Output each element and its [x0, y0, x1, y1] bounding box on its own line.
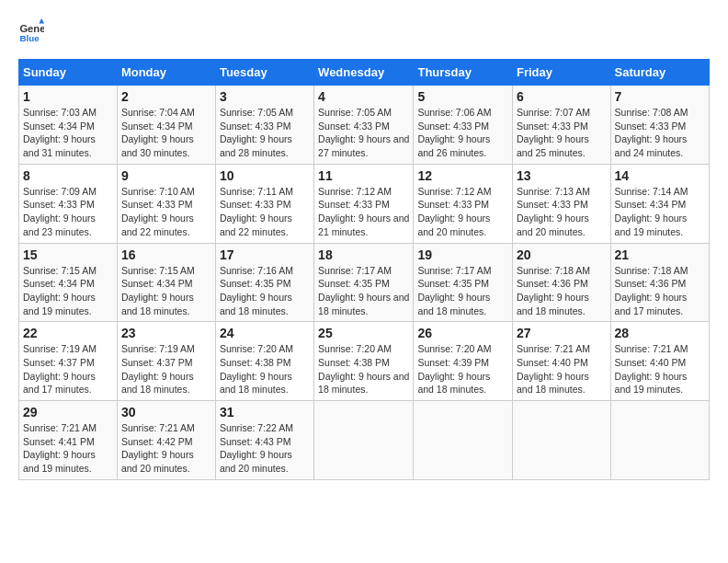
day-cell: 8 Sunrise: 7:09 AMSunset: 4:33 PMDayligh… — [19, 164, 118, 243]
calendar-table: SundayMondayTuesdayWednesdayThursdayFrid… — [18, 59, 710, 480]
day-cell — [610, 401, 709, 480]
day-cell: 28 Sunrise: 7:21 AMSunset: 4:40 PMDaylig… — [610, 322, 709, 401]
day-cell: 20 Sunrise: 7:18 AMSunset: 4:36 PMDaylig… — [513, 243, 611, 322]
day-cell: 3 Sunrise: 7:05 AMSunset: 4:33 PMDayligh… — [215, 86, 313, 165]
col-header-saturday: Saturday — [610, 60, 709, 86]
day-info: Sunrise: 7:22 AMSunset: 4:43 PMDaylight:… — [220, 422, 293, 474]
svg-marker-2 — [39, 18, 44, 24]
day-cell: 18 Sunrise: 7:17 AMSunset: 4:35 PMDaylig… — [314, 243, 414, 322]
day-number: 19 — [417, 247, 508, 262]
day-info: Sunrise: 7:04 AMSunset: 4:34 PMDaylight:… — [121, 107, 195, 158]
day-info: Sunrise: 7:03 AMSunset: 4:34 PMDaylight:… — [23, 107, 97, 158]
day-info: Sunrise: 7:12 AMSunset: 4:33 PMDaylight:… — [318, 186, 409, 237]
week-row-1: 1 Sunrise: 7:03 AMSunset: 4:34 PMDayligh… — [19, 86, 710, 165]
day-cell: 9 Sunrise: 7:10 AMSunset: 4:33 PMDayligh… — [117, 164, 215, 243]
day-info: Sunrise: 7:18 AMSunset: 4:36 PMDaylight:… — [615, 265, 688, 316]
day-info: Sunrise: 7:15 AMSunset: 4:34 PMDaylight:… — [23, 265, 97, 316]
day-number: 3 — [220, 89, 310, 104]
day-cell: 19 Sunrise: 7:17 AMSunset: 4:35 PMDaylig… — [414, 243, 513, 322]
day-number: 29 — [23, 405, 113, 419]
day-info: Sunrise: 7:18 AMSunset: 4:36 PMDaylight:… — [517, 265, 590, 316]
day-info: Sunrise: 7:21 AMSunset: 4:42 PMDaylight:… — [121, 422, 195, 474]
week-row-4: 22 Sunrise: 7:19 AMSunset: 4:37 PMDaylig… — [19, 322, 710, 401]
day-cell — [414, 401, 513, 480]
logo: General Blue — [18, 18, 44, 44]
day-info: Sunrise: 7:20 AMSunset: 4:38 PMDaylight:… — [220, 343, 293, 395]
day-number: 17 — [220, 247, 310, 262]
day-info: Sunrise: 7:09 AMSunset: 4:33 PMDaylight:… — [23, 186, 97, 237]
day-info: Sunrise: 7:19 AMSunset: 4:37 PMDaylight:… — [121, 343, 195, 395]
day-number: 23 — [121, 326, 211, 340]
week-row-5: 29 Sunrise: 7:21 AMSunset: 4:41 PMDaylig… — [19, 401, 710, 480]
day-info: Sunrise: 7:20 AMSunset: 4:39 PMDaylight:… — [417, 343, 491, 395]
day-info: Sunrise: 7:08 AMSunset: 4:33 PMDaylight:… — [615, 107, 688, 158]
day-number: 6 — [517, 89, 607, 104]
day-cell: 5 Sunrise: 7:06 AMSunset: 4:33 PMDayligh… — [414, 86, 513, 165]
col-header-monday: Monday — [117, 60, 215, 86]
day-info: Sunrise: 7:13 AMSunset: 4:33 PMDaylight:… — [517, 186, 590, 237]
day-info: Sunrise: 7:20 AMSunset: 4:38 PMDaylight:… — [318, 343, 409, 395]
day-number: 14 — [615, 168, 705, 183]
day-info: Sunrise: 7:21 AMSunset: 4:41 PMDaylight:… — [23, 422, 97, 474]
day-number: 31 — [220, 405, 310, 419]
week-row-3: 15 Sunrise: 7:15 AMSunset: 4:34 PMDaylig… — [19, 243, 710, 322]
day-cell: 14 Sunrise: 7:14 AMSunset: 4:34 PMDaylig… — [610, 164, 709, 243]
day-number: 1 — [23, 89, 113, 104]
day-number: 22 — [23, 326, 113, 340]
day-number: 12 — [417, 168, 508, 183]
day-number: 4 — [318, 89, 409, 104]
day-info: Sunrise: 7:07 AMSunset: 4:33 PMDaylight:… — [517, 107, 590, 158]
day-cell: 2 Sunrise: 7:04 AMSunset: 4:34 PMDayligh… — [117, 86, 215, 165]
logo-icon: General Blue — [18, 18, 44, 44]
day-cell: 29 Sunrise: 7:21 AMSunset: 4:41 PMDaylig… — [19, 401, 118, 480]
day-info: Sunrise: 7:21 AMSunset: 4:40 PMDaylight:… — [615, 343, 688, 395]
day-cell: 24 Sunrise: 7:20 AMSunset: 4:38 PMDaylig… — [215, 322, 313, 401]
header: General Blue — [18, 18, 710, 44]
day-info: Sunrise: 7:19 AMSunset: 4:37 PMDaylight:… — [23, 343, 97, 395]
day-cell: 12 Sunrise: 7:12 AMSunset: 4:33 PMDaylig… — [414, 164, 513, 243]
day-number: 28 — [615, 326, 705, 340]
day-number: 20 — [517, 247, 607, 262]
day-cell: 6 Sunrise: 7:07 AMSunset: 4:33 PMDayligh… — [513, 86, 611, 165]
day-number: 25 — [318, 326, 409, 340]
day-number: 9 — [121, 168, 211, 183]
col-header-tuesday: Tuesday — [215, 60, 313, 86]
day-info: Sunrise: 7:05 AMSunset: 4:33 PMDaylight:… — [220, 107, 293, 158]
day-info: Sunrise: 7:11 AMSunset: 4:33 PMDaylight:… — [220, 186, 293, 237]
day-number: 10 — [220, 168, 310, 183]
day-cell: 17 Sunrise: 7:16 AMSunset: 4:35 PMDaylig… — [215, 243, 313, 322]
day-number: 26 — [417, 326, 508, 340]
day-cell: 10 Sunrise: 7:11 AMSunset: 4:33 PMDaylig… — [215, 164, 313, 243]
day-number: 7 — [615, 89, 705, 104]
day-cell — [513, 401, 611, 480]
day-number: 8 — [23, 168, 113, 183]
col-header-thursday: Thursday — [414, 60, 513, 86]
day-info: Sunrise: 7:12 AMSunset: 4:33 PMDaylight:… — [417, 186, 491, 237]
day-cell: 16 Sunrise: 7:15 AMSunset: 4:34 PMDaylig… — [117, 243, 215, 322]
col-header-friday: Friday — [513, 60, 611, 86]
day-cell: 15 Sunrise: 7:15 AMSunset: 4:34 PMDaylig… — [19, 243, 118, 322]
day-number: 16 — [121, 247, 211, 262]
day-number: 5 — [417, 89, 508, 104]
day-number: 24 — [220, 326, 310, 340]
day-cell: 1 Sunrise: 7:03 AMSunset: 4:34 PMDayligh… — [19, 86, 118, 165]
day-info: Sunrise: 7:10 AMSunset: 4:33 PMDaylight:… — [121, 186, 195, 237]
week-row-2: 8 Sunrise: 7:09 AMSunset: 4:33 PMDayligh… — [19, 164, 710, 243]
day-info: Sunrise: 7:05 AMSunset: 4:33 PMDaylight:… — [318, 107, 409, 158]
day-number: 18 — [318, 247, 409, 262]
day-info: Sunrise: 7:15 AMSunset: 4:34 PMDaylight:… — [121, 265, 195, 316]
day-number: 15 — [23, 247, 113, 262]
day-info: Sunrise: 7:06 AMSunset: 4:33 PMDaylight:… — [417, 107, 491, 158]
col-header-wednesday: Wednesday — [314, 60, 414, 86]
day-cell: 30 Sunrise: 7:21 AMSunset: 4:42 PMDaylig… — [117, 401, 215, 480]
day-cell: 26 Sunrise: 7:20 AMSunset: 4:39 PMDaylig… — [414, 322, 513, 401]
day-cell: 22 Sunrise: 7:19 AMSunset: 4:37 PMDaylig… — [19, 322, 118, 401]
day-info: Sunrise: 7:21 AMSunset: 4:40 PMDaylight:… — [517, 343, 590, 395]
col-header-sunday: Sunday — [19, 60, 118, 86]
day-number: 11 — [318, 168, 409, 183]
day-number: 30 — [121, 405, 211, 419]
day-cell: 23 Sunrise: 7:19 AMSunset: 4:37 PMDaylig… — [117, 322, 215, 401]
day-info: Sunrise: 7:17 AMSunset: 4:35 PMDaylight:… — [318, 265, 409, 316]
day-info: Sunrise: 7:14 AMSunset: 4:34 PMDaylight:… — [615, 186, 688, 237]
day-number: 21 — [615, 247, 705, 262]
